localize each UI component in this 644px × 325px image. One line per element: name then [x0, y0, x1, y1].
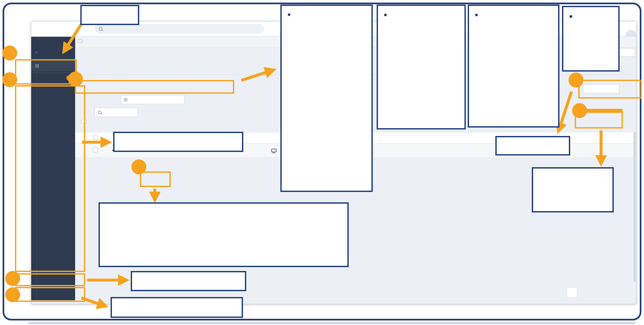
- sidebar-item-overview[interactable]: ⌂: [31, 46, 75, 58]
- callout-export-detail: [131, 271, 246, 291]
- annotation-number-3: [2, 72, 17, 87]
- search-icon: [99, 27, 102, 31]
- highlight-orders-menu: [15, 59, 77, 85]
- panel-icon: [78, 39, 83, 43]
- page-button[interactable]: [567, 288, 577, 297]
- highlight-report-export: [15, 273, 85, 286]
- global-search-input[interactable]: [105, 26, 235, 32]
- global-search[interactable]: [95, 24, 264, 34]
- order-date-input[interactable]: [121, 95, 185, 104]
- callout-title: [563, 7, 618, 10]
- highlight-per-page: [578, 80, 642, 99]
- annotation-number-4: [5, 271, 20, 286]
- callout-open-orders: [80, 5, 139, 25]
- search-icon: [98, 111, 101, 114]
- annotation-number-1: [2, 46, 17, 61]
- callout-delivery-statuses: [377, 5, 466, 129]
- breadcrumb: [78, 39, 89, 43]
- pagination: [567, 288, 577, 297]
- callout-custom-shipping: [532, 167, 614, 212]
- annotation-number-8: [572, 103, 587, 118]
- keyword-search[interactable]: [95, 108, 138, 117]
- callout-title: [469, 6, 558, 8]
- highlight-shipping-submenu: [15, 85, 85, 272]
- scrollbar[interactable]: [634, 132, 636, 282]
- callout-order-statuses: [562, 6, 620, 72]
- annotation-number-5: [5, 287, 20, 302]
- annotation-number-6: [68, 72, 83, 87]
- source-web-icon: [271, 149, 276, 152]
- callout-display-count: [495, 136, 570, 156]
- home-icon: ⌂: [35, 49, 38, 54]
- annotation-number-7: [569, 73, 584, 88]
- row-checkbox[interactable]: [93, 147, 98, 152]
- screenshot-canvas: ⌂ ▤: [0, 0, 644, 325]
- callout-closing-logic: [99, 202, 349, 267]
- callout-payment-statuses: [280, 5, 373, 192]
- highlight-status-filters: [75, 80, 234, 94]
- select-all-checkbox[interactable]: [93, 135, 98, 140]
- callout-shipping-classification: [113, 132, 243, 152]
- callout-cyberbiznow: [111, 297, 243, 318]
- callout-return-statuses: [468, 5, 559, 128]
- bottom-strip: [28, 322, 636, 324]
- highlight-store-orders: [15, 287, 85, 302]
- calendar-icon: [124, 97, 128, 102]
- callout-title: [282, 6, 371, 8]
- highlight-closed-badge: [140, 171, 171, 187]
- callout-title: [378, 6, 464, 8]
- annotation-number-2: [131, 159, 146, 174]
